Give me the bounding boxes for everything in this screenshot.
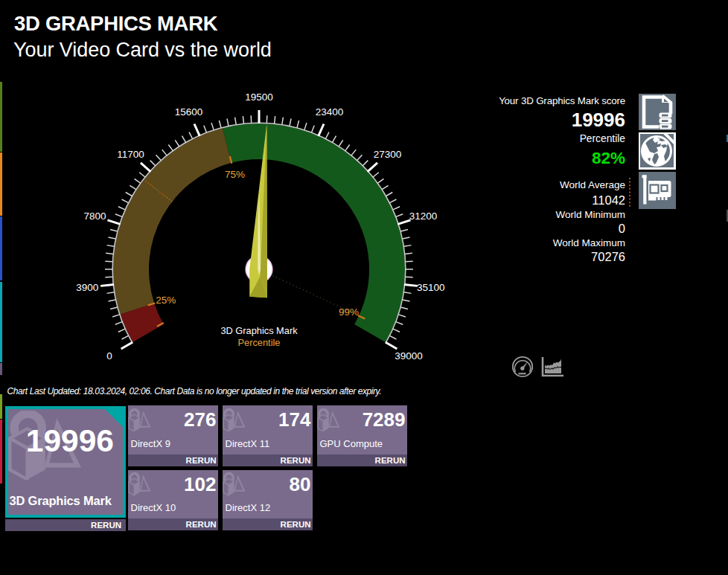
svg-text:15600: 15600 — [175, 106, 203, 118]
svg-text:31200: 31200 — [409, 211, 438, 222]
svg-text:25%: 25% — [156, 295, 176, 306]
svg-text:35100: 35100 — [417, 282, 445, 293]
svg-text:19500: 19500 — [245, 91, 273, 103]
svg-text:11700: 11700 — [117, 149, 144, 160]
svg-text:39000: 39000 — [395, 350, 423, 362]
svg-text:0: 0 — [106, 350, 112, 362]
svg-text:75%: 75% — [225, 169, 245, 180]
svg-text:Percentile: Percentile — [238, 337, 281, 348]
svg-text:23400: 23400 — [316, 106, 344, 118]
svg-text:3D Graphics Mark: 3D Graphics Mark — [220, 325, 298, 336]
svg-text:7800: 7800 — [83, 211, 106, 222]
svg-text:3900: 3900 — [76, 282, 98, 293]
svg-text:99%: 99% — [339, 306, 359, 318]
svg-text:27300: 27300 — [374, 149, 402, 160]
